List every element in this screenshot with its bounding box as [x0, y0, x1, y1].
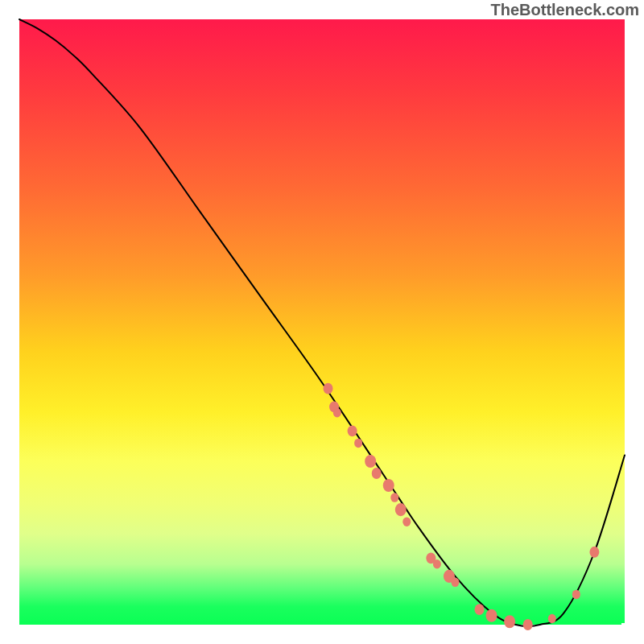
chart-stage: TheBottleneck.com — [0, 0, 644, 644]
attribution-text: TheBottleneck.com — [491, 1, 639, 19]
data-marker — [333, 408, 341, 418]
plot-area — [19, 19, 625, 625]
data-marker — [402, 517, 411, 526]
data-marker — [365, 455, 376, 468]
data-marker — [324, 383, 333, 394]
data-marker — [548, 614, 556, 624]
data-marker — [372, 468, 382, 479]
data-marker — [433, 559, 441, 569]
watermark-bottom-right — [621, 623, 625, 625]
data-marker — [383, 479, 394, 492]
data-marker — [475, 604, 485, 615]
data-marker — [354, 439, 362, 448]
curve-layer-svg — [19, 19, 625, 625]
attribution-label: TheBottleneck.com — [491, 0, 639, 19]
data-marker — [395, 503, 407, 516]
data-marker — [348, 425, 357, 436]
data-marker — [486, 609, 497, 622]
data-marker — [504, 615, 515, 628]
data-marker — [572, 590, 580, 600]
markers-group — [324, 383, 600, 630]
data-marker — [451, 578, 459, 588]
data-marker — [523, 619, 533, 630]
data-marker — [390, 493, 398, 502]
bottleneck-curve — [19, 19, 625, 626]
data-marker — [589, 547, 599, 558]
